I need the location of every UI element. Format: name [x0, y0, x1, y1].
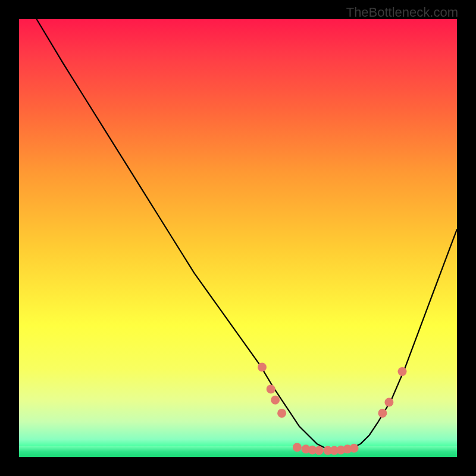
- marker-dot: [384, 398, 393, 407]
- plot-area: [19, 19, 457, 457]
- marker-dot: [315, 446, 324, 455]
- marker-dot: [277, 409, 286, 418]
- marker-dot: [378, 409, 387, 418]
- bottleneck-curve: [36, 19, 457, 450]
- marker-dot: [271, 396, 280, 405]
- marker-dot: [258, 363, 267, 372]
- curve-markers: [258, 363, 407, 455]
- marker-dot: [267, 384, 275, 393]
- curve-svg: [19, 19, 457, 457]
- chart-container: TheBottleneck.com: [0, 0, 476, 476]
- marker-dot: [293, 443, 302, 452]
- marker-dot: [398, 367, 407, 376]
- watermark-text: TheBottleneck.com: [346, 5, 458, 20]
- marker-dot: [350, 444, 359, 453]
